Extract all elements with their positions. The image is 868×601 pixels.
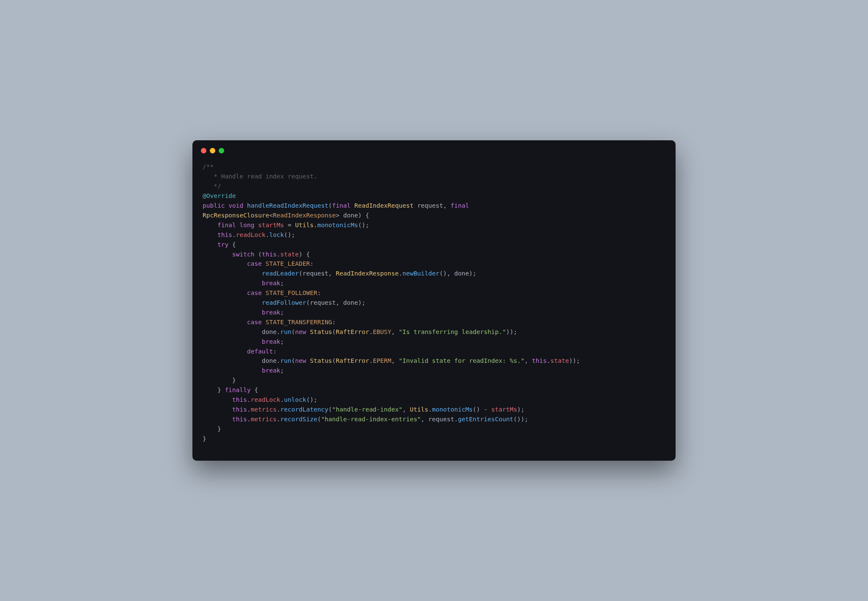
punct: . (247, 416, 251, 423)
punct: . (265, 231, 269, 238)
var: startMs (258, 222, 284, 228)
type: RaftError (336, 328, 369, 335)
close-icon[interactable] (201, 148, 206, 153)
string: "handle-read-index-entries" (321, 416, 421, 423)
method: monotonicMs (432, 406, 473, 413)
param: request (428, 416, 454, 423)
type: RaftError (336, 357, 369, 364)
type: RpcResponseClosure (203, 212, 269, 219)
code-window: /** * Handle read index request. */ @Ove… (192, 140, 676, 460)
maximize-icon[interactable] (219, 148, 224, 153)
punct: , (391, 328, 398, 335)
keyword: final (217, 222, 236, 228)
keyword: try (217, 241, 228, 248)
punct: ( (299, 270, 303, 277)
annotation: @Override (203, 192, 236, 199)
punct: . (369, 357, 373, 364)
method: readFollower (262, 299, 306, 306)
punct: ( (258, 251, 262, 258)
type: Utils (410, 406, 428, 413)
keyword: long (239, 222, 254, 228)
punct: ; (280, 367, 284, 374)
keyword: this (232, 396, 247, 403)
const: STATE_FOLLOWER (265, 289, 317, 296)
method: recordLatency (280, 406, 328, 413)
type: Status (310, 328, 332, 335)
punct: > (336, 212, 339, 219)
method: unlock (284, 396, 306, 403)
punct: ); (517, 406, 524, 413)
punct: (), (440, 270, 454, 277)
punct: . (247, 396, 251, 403)
type: ReadIndexRequest (354, 202, 414, 209)
string: "Is transferring leadership." (399, 328, 506, 335)
keyword: break (262, 280, 281, 287)
method: newBuilder (402, 270, 439, 277)
punct: ( (328, 406, 332, 413)
punct: : (332, 319, 336, 326)
punct: } (217, 426, 221, 432)
keyword: new (295, 328, 306, 335)
param: done (343, 212, 358, 219)
const: STATE_LEADER (265, 260, 310, 267)
punct: . (280, 396, 284, 403)
punct: ; (280, 309, 284, 316)
punct: : (273, 348, 277, 355)
keyword: this (232, 406, 247, 413)
keyword: case (247, 319, 262, 326)
minimize-icon[interactable] (210, 148, 215, 153)
param: done (262, 357, 277, 364)
string: "Invalid state for readIndex: %s." (399, 357, 525, 364)
punct: , (391, 357, 398, 364)
type: ReadIndexResponse (336, 270, 398, 277)
keyword: switch (232, 251, 254, 258)
keyword: this (232, 416, 247, 423)
keyword: finally (225, 387, 250, 393)
punct: . (232, 231, 236, 238)
punct: , (525, 357, 532, 364)
punct: ( (328, 202, 332, 209)
punct: . (247, 406, 251, 413)
code-block: /** * Handle read index request. */ @Ove… (192, 158, 676, 460)
keyword: case (247, 260, 262, 267)
keyword: break (262, 309, 281, 316)
punct: , (421, 416, 428, 423)
punct: : (310, 260, 314, 267)
punct: = (288, 222, 295, 228)
keyword: public (203, 202, 225, 209)
type: ReadIndexResponse (273, 212, 336, 219)
var: startMs (491, 406, 517, 413)
keyword: this (217, 231, 232, 238)
punct: ( (306, 299, 310, 306)
punct: . (314, 222, 317, 228)
string: "handle-read-index" (332, 406, 403, 413)
keyword: this (262, 251, 277, 258)
param: done (262, 328, 277, 335)
punct: ); (469, 270, 476, 277)
punct: (); (306, 396, 317, 403)
punct: ( (292, 328, 295, 335)
punct: . (428, 406, 432, 413)
punct: ) { (358, 212, 369, 219)
punct: { (254, 387, 258, 393)
method: getEntriesCount (458, 416, 513, 423)
field: state (280, 251, 299, 258)
punct: { (232, 241, 236, 248)
window-titlebar (192, 140, 676, 158)
keyword: break (262, 367, 281, 374)
punct: , (328, 270, 336, 277)
comment-line: * Handle read index request. (203, 173, 317, 180)
punct: . (547, 357, 551, 364)
param: request (303, 270, 328, 277)
punct: , (443, 202, 451, 209)
field: state (551, 357, 569, 364)
punct: ) { (299, 251, 310, 258)
method: readLeader (262, 270, 299, 277)
keyword: default (247, 348, 273, 355)
keyword: final (332, 202, 351, 209)
punct: ); (358, 299, 365, 306)
punct: )); (506, 328, 517, 335)
punct: ()); (513, 416, 528, 423)
field: metrics (251, 406, 277, 413)
punct: (); (284, 231, 295, 238)
